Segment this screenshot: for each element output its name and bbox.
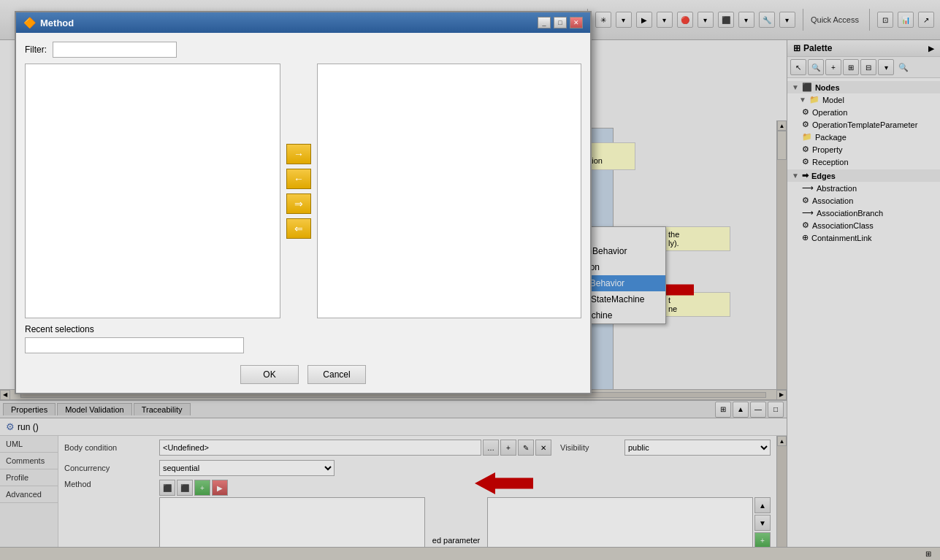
dialog-title-text: Method	[40, 18, 74, 28]
dialog-main: → ← ⇒ ⇐	[25, 64, 581, 318]
dialog-close-btn[interactable]: ✕	[570, 17, 583, 28]
dialog-cancel-btn[interactable]: Cancel	[307, 365, 366, 384]
transfer-all-right-btn[interactable]: ⇒	[286, 193, 311, 214]
dialog-maximize-btn[interactable]: □	[554, 17, 567, 28]
dialog-titlebar: 🔶 Method _ □ ✕	[16, 12, 590, 33]
filter-label: Filter:	[25, 45, 47, 55]
dialog-title-area: 🔶 Method	[23, 17, 74, 28]
dialog-transfer-btns: → ← ⇒ ⇐	[286, 64, 311, 318]
dialog-title-icon: 🔶	[23, 17, 36, 28]
recent-section: Recent selections	[25, 324, 581, 353]
dialog-footer: OK Cancel	[25, 365, 581, 384]
dialog-right-list[interactable]	[317, 64, 581, 318]
method-dialog: 🔶 Method _ □ ✕ Filter: → ← ⇒ ⇐	[15, 11, 592, 394]
filter-input[interactable]	[53, 42, 177, 58]
dialog-overlay: 🔶 Method _ □ ✕ Filter: → ← ⇒ ⇐	[0, 0, 940, 560]
dialog-left-list[interactable]	[25, 64, 280, 318]
dialog-body: Filter: → ← ⇒ ⇐ Recent selections OK Can	[16, 33, 590, 393]
recent-input[interactable]	[25, 337, 244, 353]
transfer-all-left-btn[interactable]: ⇐	[286, 218, 311, 239]
dialog-controls: _ □ ✕	[538, 17, 583, 28]
transfer-left-btn[interactable]: ←	[286, 169, 311, 189]
transfer-right-btn[interactable]: →	[286, 144, 311, 164]
recent-label: Recent selections	[25, 324, 581, 334]
filter-row: Filter:	[25, 42, 581, 58]
dialog-ok-btn[interactable]: OK	[240, 365, 299, 384]
dialog-minimize-btn[interactable]: _	[538, 17, 551, 28]
